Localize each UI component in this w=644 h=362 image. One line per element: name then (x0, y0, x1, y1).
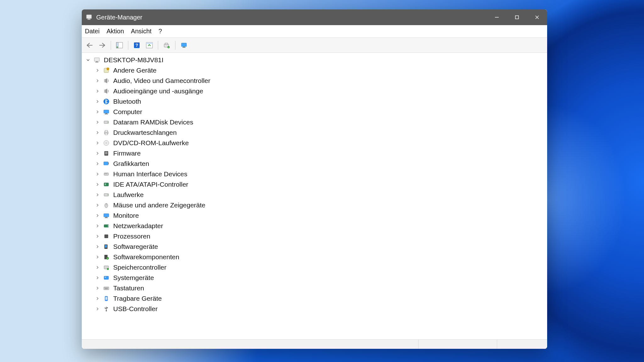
tree-category-label: Computer (113, 108, 142, 116)
computer-icon (93, 56, 101, 64)
menu-file[interactable]: Datei (85, 28, 100, 35)
tree-category-label: Bluetooth (113, 98, 141, 105)
device-tree[interactable]: DESKTOP-M8JV81I ?Andere GeräteAudio, Vid… (82, 53, 547, 339)
tree-category[interactable]: Human Interface Devices (82, 169, 547, 179)
svg-rect-23 (95, 62, 98, 63)
minimize-button[interactable] (487, 9, 507, 25)
svg-rect-82 (107, 288, 108, 288)
chevron-right-icon[interactable] (94, 161, 101, 167)
toolbar: ? + (82, 38, 547, 53)
tree-category[interactable]: Tastaturen (82, 283, 547, 293)
svg-rect-70 (105, 245, 107, 248)
tree-category[interactable]: USB-Controller (82, 304, 547, 314)
chevron-right-icon[interactable] (94, 244, 101, 250)
svg-rect-85 (105, 297, 107, 300)
chevron-right-icon[interactable] (94, 254, 101, 260)
tree-category[interactable]: Mäuse und andere Zeigegeräte (82, 200, 547, 210)
monitor-icon (103, 212, 110, 219)
svg-rect-58 (105, 217, 107, 217)
tree-category[interactable]: Audio, Video und Gamecontroller (82, 75, 547, 86)
chevron-right-icon[interactable] (94, 109, 101, 115)
tree-category-label: Dataram RAMDisk Devices (113, 118, 193, 126)
tree-category[interactable]: Bluetooth (82, 96, 547, 107)
disk-icon (103, 191, 110, 199)
toolbar-remote-button[interactable] (179, 40, 189, 51)
close-button[interactable] (527, 9, 547, 25)
menubar: Datei Aktion Ansicht ? (82, 25, 547, 38)
chevron-right-icon[interactable] (94, 202, 101, 208)
svg-text:?: ? (136, 43, 138, 48)
chevron-right-icon[interactable] (94, 129, 101, 136)
toolbar-update-driver-button[interactable]: + (161, 40, 172, 51)
chevron-right-icon[interactable] (94, 295, 101, 302)
titlebar[interactable]: Geräte-Manager (82, 9, 547, 25)
tree-category[interactable]: Systemgeräte (82, 272, 547, 283)
disc-icon (103, 139, 110, 147)
chevron-right-icon[interactable] (94, 181, 101, 188)
tree-category[interactable]: +Softwarekomponenten (82, 252, 547, 262)
tree-category[interactable]: Netzwerkadapter (82, 221, 547, 231)
svg-rect-36 (105, 130, 108, 132)
tree-category[interactable]: DVD/CD-ROM-Laufwerke (82, 138, 547, 148)
network-icon (103, 222, 110, 230)
toolbar-show-hide-tree-button[interactable] (114, 40, 125, 51)
svg-rect-62 (105, 235, 108, 238)
chevron-right-icon[interactable] (94, 119, 101, 125)
tree-category[interactable]: Softwaregeräte (82, 241, 547, 252)
chevron-right-icon[interactable] (94, 140, 101, 146)
tree-category-label: Speichercontroller (113, 264, 166, 271)
toolbar-scan-button[interactable] (144, 40, 155, 51)
svg-rect-81 (106, 288, 107, 288)
toolbar-help-button[interactable]: ? (131, 40, 142, 51)
tree-category[interactable]: Druckwarteschlangen (82, 127, 547, 138)
chevron-right-icon[interactable] (94, 223, 101, 229)
tree-category[interactable]: Prozessoren (82, 231, 547, 241)
chevron-right-icon[interactable] (94, 275, 101, 281)
chevron-right-icon[interactable] (94, 264, 101, 271)
svg-rect-76 (104, 276, 108, 279)
chevron-right-icon[interactable] (94, 88, 101, 94)
tree-category-label: Systemgeräte (113, 274, 154, 282)
chevron-right-icon[interactable] (94, 212, 101, 219)
toolbar-back-button[interactable] (84, 40, 95, 51)
chevron-right-icon[interactable] (94, 233, 101, 239)
tree-category[interactable]: Dataram RAMDisk Devices (82, 117, 547, 127)
maximize-button[interactable] (507, 9, 527, 25)
portable-icon (103, 295, 110, 302)
menu-action[interactable]: Aktion (107, 28, 124, 35)
chevron-right-icon[interactable] (94, 150, 101, 156)
tree-category[interactable]: Laufwerke (82, 189, 547, 200)
chevron-right-icon[interactable] (94, 78, 101, 84)
svg-rect-51 (105, 184, 106, 184)
chevron-right-icon[interactable] (94, 192, 101, 198)
tree-category[interactable]: IDE ATA/ATAPI-Controller (82, 179, 547, 189)
tree-category[interactable]: Speichercontroller (82, 262, 547, 272)
chevron-down-icon[interactable] (85, 57, 91, 63)
chevron-right-icon[interactable] (94, 98, 101, 105)
svg-rect-78 (104, 287, 109, 290)
chevron-right-icon[interactable] (94, 171, 101, 177)
chevron-right-icon[interactable] (94, 67, 101, 74)
tree-category[interactable]: Grafikkarten (82, 158, 547, 169)
tree-category[interactable]: Monitore (82, 210, 547, 221)
tree-category-label: IDE ATA/ATAPI-Controller (113, 181, 188, 188)
storage-controller-icon (103, 264, 110, 271)
tree-category-label: Netzwerkadapter (113, 222, 163, 230)
svg-rect-2 (87, 19, 91, 20)
menu-help[interactable]: ? (158, 28, 162, 35)
chevron-right-icon[interactable] (94, 285, 101, 291)
tree-category[interactable]: Computer (82, 107, 547, 117)
tree-root[interactable]: DESKTOP-M8JV81I (82, 55, 547, 65)
svg-rect-57 (104, 214, 109, 217)
toolbar-forward-button[interactable] (97, 40, 108, 51)
tree-category[interactable]: Firmware (82, 148, 547, 158)
svg-rect-20 (182, 47, 186, 48)
svg-rect-21 (94, 58, 99, 61)
chevron-right-icon[interactable] (94, 306, 101, 312)
tree-category[interactable]: Tragbare Geräte (82, 293, 547, 304)
tree-category-label: Human Interface Devices (113, 170, 187, 178)
tree-category[interactable]: ?Andere Geräte (82, 65, 547, 75)
firmware-icon (103, 150, 110, 157)
menu-view[interactable]: Ansicht (131, 28, 152, 35)
tree-category[interactable]: Audioeingänge und -ausgänge (82, 86, 547, 96)
